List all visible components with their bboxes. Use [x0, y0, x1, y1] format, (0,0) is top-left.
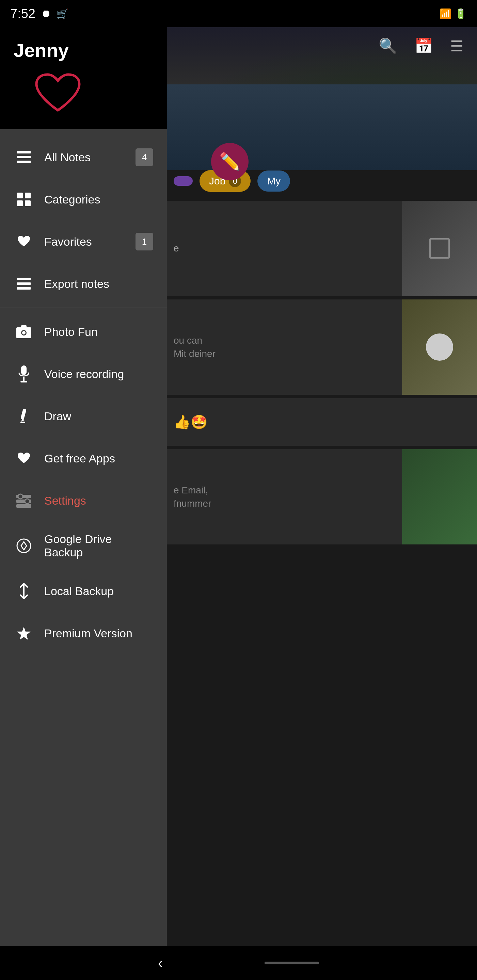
- draw-icon: [14, 406, 34, 426]
- settings-label: Settings: [44, 494, 153, 508]
- svg-rect-14: [21, 366, 27, 375]
- svg-point-24: [25, 499, 30, 504]
- get-free-apps-label: Get free Apps: [44, 452, 153, 465]
- bottom-nav: ‹: [0, 946, 477, 980]
- voice-recording-icon: [14, 364, 34, 384]
- all-notes-label: All Notes: [44, 151, 125, 164]
- categories-label: Categories: [44, 193, 153, 206]
- export-notes-icon: [14, 274, 34, 294]
- local-backup-icon: [14, 581, 34, 601]
- status-left: 7:52 ⏺ 🛒: [10, 6, 69, 21]
- fab-create-button[interactable]: ✏️: [211, 143, 249, 180]
- favorites-label: Favorites: [44, 235, 125, 248]
- chip-my-label: My: [267, 175, 281, 187]
- note-card-1[interactable]: e: [167, 201, 477, 296]
- note-card-4-text: e Email,fnummer: [167, 477, 402, 517]
- sidebar-menu: All Notes 4 Categories Favorite: [0, 129, 167, 980]
- premium-version-icon: [14, 623, 34, 643]
- all-notes-icon: [14, 147, 34, 167]
- svg-rect-1: [17, 156, 30, 158]
- menu-icon[interactable]: ☰: [450, 37, 463, 55]
- note-card-2-image: [402, 299, 477, 395]
- photo-fun-icon: [14, 321, 34, 342]
- svg-rect-11: [21, 325, 27, 328]
- sidebar-heart-icon: [34, 72, 82, 116]
- note-card-4-image: [402, 449, 477, 544]
- status-right: 📶 🔋: [440, 8, 467, 19]
- get-free-apps-icon: [14, 448, 34, 469]
- chip-my[interactable]: My: [257, 170, 290, 192]
- svg-marker-26: [17, 627, 30, 640]
- sidebar: Jenny All Notes 4: [0, 0, 167, 980]
- draw-label: Draw: [44, 410, 153, 423]
- local-backup-label: Local Backup: [44, 585, 153, 598]
- sidebar-item-get-free-apps[interactable]: Get free Apps: [0, 437, 167, 479]
- toolbar: 🔍 📅 ☰: [167, 27, 477, 65]
- premium-version-label: Premium Version: [44, 627, 153, 640]
- sidebar-item-draw[interactable]: Draw: [0, 395, 167, 437]
- settings-icon: [14, 490, 34, 511]
- svg-point-25: [17, 539, 30, 553]
- svg-rect-19: [21, 422, 25, 423]
- svg-rect-0: [17, 151, 30, 153]
- svg-rect-3: [17, 192, 23, 198]
- sidebar-item-export-notes[interactable]: Export notes: [0, 263, 167, 305]
- svg-rect-15: [23, 377, 24, 381]
- category-chips: Job 0 My: [167, 170, 477, 192]
- favorites-icon: [14, 231, 34, 252]
- photo-fun-label: Photo Fun: [44, 325, 153, 339]
- note-card-2[interactable]: ou canMit deiner: [167, 299, 477, 395]
- google-drive-backup-label: Google Drive Backup: [44, 533, 153, 559]
- calendar-icon[interactable]: 📅: [414, 37, 433, 55]
- signal-icon: 📶: [440, 8, 451, 19]
- svg-rect-9: [17, 287, 30, 290]
- sidebar-item-settings[interactable]: Settings: [0, 479, 167, 522]
- export-notes-label: Export notes: [44, 277, 153, 291]
- sidebar-username: Jenny: [14, 39, 69, 61]
- sidebar-item-all-notes[interactable]: All Notes 4: [0, 136, 167, 178]
- chip-all[interactable]: [174, 176, 193, 186]
- svg-rect-22: [16, 504, 31, 508]
- svg-rect-2: [17, 161, 30, 163]
- sidebar-item-premium-version[interactable]: Premium Version: [0, 612, 167, 654]
- sidebar-item-google-drive-backup[interactable]: Google Drive Backup: [0, 522, 167, 570]
- all-notes-badge: 4: [136, 148, 153, 166]
- google-drive-backup-icon: [14, 536, 34, 556]
- svg-rect-6: [25, 200, 30, 206]
- svg-point-13: [22, 331, 26, 334]
- note-card-4[interactable]: e Email,fnummer: [167, 449, 477, 544]
- note-card-3[interactable]: 👍🤩: [167, 398, 477, 446]
- svg-rect-16: [21, 381, 27, 382]
- svg-rect-4: [25, 192, 30, 198]
- back-button[interactable]: ‹: [158, 956, 163, 971]
- svg-rect-7: [17, 278, 30, 280]
- battery-icon: 🔋: [455, 8, 467, 19]
- note-card-1-text: e: [167, 236, 402, 261]
- sidebar-item-categories[interactable]: Categories: [0, 178, 167, 221]
- status-icon-1: ⏺: [41, 8, 51, 19]
- status-time: 7:52: [10, 6, 35, 21]
- home-indicator[interactable]: [265, 962, 319, 964]
- note-card-2-text: ou canMit deiner: [167, 327, 402, 367]
- status-bar: 7:52 ⏺ 🛒 📶 🔋: [0, 0, 477, 27]
- note-card-1-image: [402, 201, 477, 296]
- svg-rect-5: [17, 200, 23, 206]
- status-icon-amazon: 🛒: [56, 8, 69, 19]
- voice-recording-label: Voice recording: [44, 368, 153, 381]
- categories-icon: [14, 189, 34, 210]
- svg-rect-8: [17, 282, 30, 285]
- sidebar-item-favorites[interactable]: Favorites 1: [0, 221, 167, 263]
- search-icon[interactable]: 🔍: [379, 37, 397, 55]
- svg-rect-17: [21, 409, 26, 420]
- favorites-badge: 1: [136, 233, 153, 250]
- sidebar-item-local-backup[interactable]: Local Backup: [0, 570, 167, 612]
- note-card-3-text: 👍🤩: [174, 414, 208, 430]
- sidebar-item-voice-recording[interactable]: Voice recording: [0, 353, 167, 395]
- svg-point-23: [18, 494, 23, 499]
- sidebar-item-photo-fun[interactable]: Photo Fun: [0, 311, 167, 353]
